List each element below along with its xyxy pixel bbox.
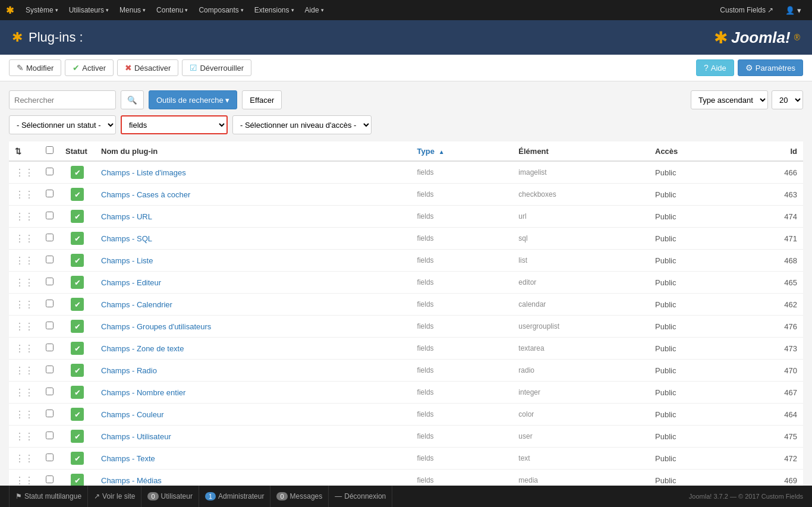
modifier-button[interactable]: ✎ Modifier <box>9 59 61 76</box>
status-badge[interactable]: ✔ <box>71 188 84 201</box>
nav-composants[interactable]: Composants ▾ <box>194 0 248 20</box>
effacer-button[interactable]: Effacer <box>242 90 282 109</box>
th-checkbox[interactable] <box>40 141 59 161</box>
drag-handle-icon[interactable]: ⋮⋮ <box>15 344 34 354</box>
plugin-name-link[interactable]: Champs - Cases à cocher <box>101 190 190 199</box>
row-checkbox[interactable] <box>46 388 53 395</box>
voir-site-btn[interactable]: ↗ Voir le site <box>88 486 141 500</box>
desactiver-button[interactable]: ✖ Désactiver <box>117 59 178 76</box>
drag-handle-icon[interactable]: ⋮⋮ <box>15 410 34 420</box>
drag-handle-icon[interactable]: ⋮⋮ <box>15 322 34 332</box>
type-filter[interactable]: fields <box>121 115 228 134</box>
plugin-name-link[interactable]: Champs - Calendrier <box>101 300 172 309</box>
parametres-button[interactable]: ⚙ Paramètres <box>738 59 803 76</box>
row-checkbox[interactable] <box>46 234 53 241</box>
status-badge[interactable]: ✔ <box>71 276 84 289</box>
status-badge[interactable]: ✔ <box>71 408 84 421</box>
nav-aide[interactable]: Aide ▾ <box>300 0 329 20</box>
plugin-name-link[interactable]: Champs - Liste d'images <box>101 168 186 177</box>
aide-arrow-icon: ▾ <box>321 7 324 13</box>
status-badge[interactable]: ✔ <box>71 298 84 311</box>
user-nav-btn[interactable]: 👤 ▾ <box>780 0 806 20</box>
row-checkbox[interactable] <box>46 300 53 307</box>
per-page-select[interactable]: 20 <box>772 90 803 109</box>
aide-button[interactable]: ? Aide <box>696 59 734 76</box>
drag-handle-icon[interactable]: ⋮⋮ <box>15 256 34 266</box>
status-badge[interactable]: ✔ <box>71 386 84 399</box>
drag-handle-icon[interactable]: ⋮⋮ <box>15 212 34 222</box>
messages-badge[interactable]: 0 Messages <box>270 486 329 500</box>
nav-contenu[interactable]: Contenu ▾ <box>152 0 193 20</box>
plugin-name-link[interactable]: Champs - SQL <box>101 234 152 243</box>
search-button[interactable]: 🔍 <box>121 90 144 109</box>
plugin-name-link[interactable]: Champs - Zone de texte <box>101 344 184 353</box>
plugin-name-link[interactable]: Champs - Médias <box>101 476 162 485</box>
row-checkbox[interactable] <box>46 278 53 285</box>
plugin-name-link[interactable]: Champs - Radio <box>101 366 157 375</box>
row-checkbox[interactable] <box>46 344 53 351</box>
th-type[interactable]: Type ▲ <box>411 141 513 161</box>
type-cell: fields <box>411 161 513 184</box>
row-checkbox[interactable] <box>46 168 53 175</box>
deconnexion-btn[interactable]: — Déconnexion <box>329 486 392 500</box>
drag-handle-icon[interactable]: ⋮⋮ <box>15 475 34 486</box>
statut-multilangue-btn[interactable]: ⚑ Statut multilangue <box>9 486 88 500</box>
status-badge[interactable]: ✔ <box>71 452 84 465</box>
status-badge[interactable]: ✔ <box>71 254 84 267</box>
status-badge[interactable]: ✔ <box>71 232 84 245</box>
plugin-name-link[interactable]: Champs - Utilisateur <box>101 432 171 441</box>
drag-handle-icon[interactable]: ⋮⋮ <box>15 388 34 398</box>
drag-handle-icon[interactable]: ⋮⋮ <box>15 454 34 464</box>
th-drag[interactable]: ⇅ <box>9 141 40 161</box>
status-badge[interactable]: ✔ <box>71 430 84 443</box>
status-badge[interactable]: ✔ <box>71 210 84 223</box>
row-checkbox[interactable] <box>46 366 53 373</box>
plugin-name-link[interactable]: Champs - Couleur <box>101 410 164 419</box>
status-badge[interactable]: ✔ <box>71 342 84 355</box>
access-filter[interactable]: - Sélectionner un niveau d'accès - <box>232 115 372 134</box>
search-tools-button[interactable]: Outils de recherche ▾ <box>149 90 237 109</box>
nav-utilisateurs[interactable]: Utilisateurs ▾ <box>64 0 114 20</box>
drag-handle-icon[interactable]: ⋮⋮ <box>15 278 34 288</box>
nav-extensions[interactable]: Extensions ▾ <box>250 0 299 20</box>
row-checkbox[interactable] <box>46 475 53 483</box>
row-checkbox[interactable] <box>46 322 53 329</box>
utilisateur-badge[interactable]: 0 Utilisateur <box>141 486 199 500</box>
row-checkbox[interactable] <box>46 432 53 439</box>
search-input[interactable] <box>9 90 116 109</box>
nav-systeme[interactable]: Système ▾ <box>21 0 63 20</box>
utilisateur-count-badge: 0 <box>147 492 158 500</box>
drag-handle-icon[interactable]: ⋮⋮ <box>15 190 34 200</box>
plugin-name-link[interactable]: Champs - URL <box>101 212 152 221</box>
custom-fields-nav-btn[interactable]: Custom Fields ↗ <box>715 0 778 20</box>
plugin-name-link[interactable]: Champs - Groupes d'utilisateurs <box>101 322 211 331</box>
row-checkbox[interactable] <box>46 190 53 197</box>
drag-handle-icon[interactable]: ⋮⋮ <box>15 234 34 244</box>
activer-button[interactable]: ✔ Activer <box>65 59 114 76</box>
status-badge[interactable]: ✔ <box>71 474 84 487</box>
status-badge[interactable]: ✔ <box>71 166 84 179</box>
nav-menus[interactable]: Menus ▾ <box>115 0 150 20</box>
footer-left: ⚑ Statut multilangue ↗ Voir le site 0 Ut… <box>9 486 392 500</box>
admin-badge[interactable]: 1 Administrateur <box>199 486 271 500</box>
select-all-checkbox[interactable] <box>46 146 53 154</box>
deverrouiller-button[interactable]: ☑ Déverrouiller <box>182 59 251 76</box>
status-badge[interactable]: ✔ <box>71 364 84 377</box>
drag-handle-icon[interactable]: ⋮⋮ <box>15 366 34 376</box>
status-badge[interactable]: ✔ <box>71 320 84 333</box>
plugin-name-link[interactable]: Champs - Nombre entier <box>101 388 185 397</box>
drag-handle-icon[interactable]: ⋮⋮ <box>15 168 34 178</box>
row-checkbox[interactable] <box>46 454 53 461</box>
plugin-name-link[interactable]: Champs - Editeur <box>101 278 161 287</box>
toolbar: ✎ Modifier ✔ Activer ✖ Désactiver ☑ Déve… <box>0 55 812 81</box>
drag-handle-icon[interactable]: ⋮⋮ <box>15 432 34 442</box>
plugin-name-link[interactable]: Champs - Liste <box>101 256 153 265</box>
plugin-name-link[interactable]: Champs - Texte <box>101 454 155 463</box>
status-filter[interactable]: - Sélectionner un statut - <box>9 115 116 134</box>
drag-handle-icon[interactable]: ⋮⋮ <box>15 300 34 310</box>
row-checkbox[interactable] <box>46 212 53 219</box>
row-checkbox[interactable] <box>46 410 53 417</box>
plugins-table: ⇅ Statut Nom du plug-in Type ▲ Élément <box>9 141 803 492</box>
row-checkbox[interactable] <box>46 256 53 263</box>
sort-select[interactable]: Type ascendant <box>691 90 768 109</box>
